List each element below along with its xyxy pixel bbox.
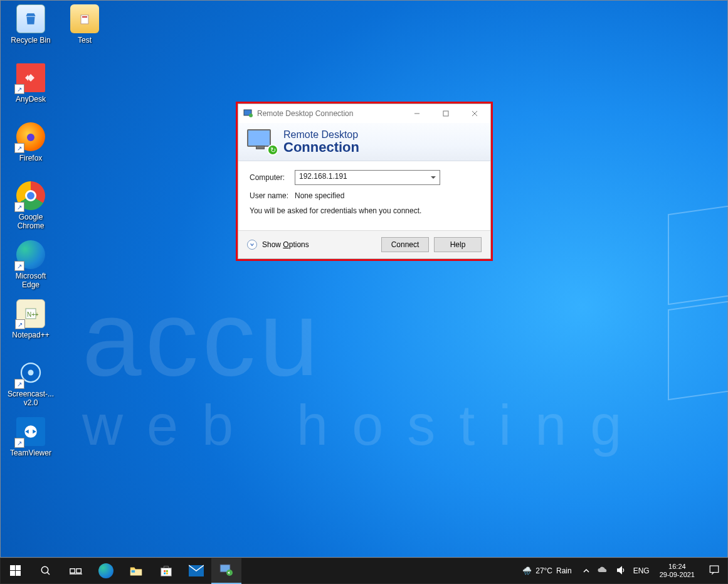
taskbar-app-rdp[interactable] [211,558,241,584]
desktop-icon-label: AnyDesk [16,95,46,104]
desktop-icon-label: Firefox [19,154,43,162]
tray-onedrive-icon[interactable] [593,566,612,576]
tray-date: 29-09-2021 [660,571,695,579]
desktop-icon-label: Google Chrome [6,213,56,230]
screencast-icon [16,358,45,387]
teamviewer-icon [16,417,45,446]
svg-point-2 [27,134,34,141]
username-label: User name: [250,191,295,200]
search-button[interactable] [31,558,61,584]
taskbar-app-store[interactable] [151,558,181,584]
svg-rect-14 [10,565,15,570]
weather-condition: Rain [556,566,572,575]
desktop-icon-recycle-bin[interactable]: Recycle Bin [6,4,56,63]
notepadpp-icon: N++ [16,299,45,328]
edge-icon [16,240,45,269]
desktop-icon-label: Microsoft Edge [6,272,56,289]
username-value: None specified [295,191,344,200]
recycle-bin-icon [16,4,45,33]
chrome-icon [16,181,45,210]
svg-point-6 [28,370,34,376]
svg-rect-28 [164,573,166,575]
brand-watermark: accu web hosting [82,277,645,458]
svg-rect-26 [164,570,166,572]
tray-volume-icon[interactable] [612,565,630,577]
show-options-link[interactable]: Show Options [262,240,309,249]
svg-text:N++: N++ [27,311,38,318]
svg-line-19 [47,572,50,575]
dialog-body: Computer: 192.168.1.191 User name: None … [238,161,490,230]
taskbar-app-mail[interactable] [181,558,211,584]
minimize-button[interactable] [403,104,431,123]
dialog-title: Remote Desktop Connection [257,109,353,118]
connect-button[interactable]: Connect [381,237,429,252]
svg-rect-1 [82,16,87,18]
desktop-icon-chrome[interactable]: Google Chrome [6,181,56,240]
maximize-button[interactable] [431,104,460,123]
system-tray: 🌧️ 27°C Rain ENG 16:24 29-09-2021 [515,558,727,584]
rdp-dialog-highlight: Remote Desktop Connection ↻ Remote Deskt… [236,102,493,261]
svg-rect-33 [710,566,719,573]
desktop-icon-test-folder[interactable]: Test [60,4,110,63]
dialog-banner: ↻ Remote Desktop Connection [238,123,490,161]
weather-icon: 🌧️ [522,566,532,575]
desktop-icon-label: Recycle Bin [11,36,50,45]
svg-rect-17 [16,571,21,576]
credentials-note: You will be asked for credentials when y… [250,206,479,215]
svg-rect-16 [10,571,15,576]
tray-weather[interactable]: 🌧️ 27°C Rain [515,566,579,575]
svg-rect-24 [132,570,135,573]
svg-rect-29 [166,573,168,575]
start-button[interactable] [1,558,31,584]
anydesk-icon [16,63,45,92]
svg-rect-20 [70,569,75,573]
close-button[interactable] [460,104,489,123]
dialog-footer: Show Options Connect Help [238,230,490,258]
taskbar: 🌧️ 27°C Rain ENG 16:24 29-09-2021 [0,558,728,584]
svg-rect-27 [166,570,168,572]
desktop-icon-label: Notepad++ [12,331,49,339]
desktop-icon-label: Test [78,36,92,45]
desktop-icon-firefox[interactable]: Firefox [6,122,56,181]
task-view-button[interactable] [61,558,91,584]
tray-time: 16:24 [660,563,695,571]
desktop-icon-screencast[interactable]: Screencast-... v2.0 [6,358,56,417]
computer-combobox[interactable]: 192.168.1.191 [295,170,440,185]
svg-point-18 [41,566,48,573]
svg-rect-15 [16,565,21,570]
tray-overflow-button[interactable] [579,566,593,576]
desktop-icon-edge[interactable]: Microsoft Edge [6,240,56,299]
rdp-dialog: Remote Desktop Connection ↻ Remote Deskt… [238,104,491,259]
rdp-titlebar-icon [243,109,253,119]
tray-language[interactable]: ENG [630,566,653,575]
desktop-icons-grid: Recycle Bin Test AnyDesk Firefox [6,4,110,476]
taskbar-app-explorer[interactable] [121,558,151,584]
desktop-wallpaper: accu web hosting Recycle Bin Test AnyDes… [0,0,728,558]
svg-rect-25 [161,568,172,576]
show-options-expander-icon[interactable] [247,240,257,250]
desktop-icon-notepadpp[interactable]: N++ Notepad++ [6,299,56,358]
tray-notifications-button[interactable] [701,564,727,578]
tray-clock[interactable]: 16:24 29-09-2021 [653,563,701,579]
svg-point-9 [249,114,253,117]
desktop-icon-anydesk[interactable]: AnyDesk [6,63,56,122]
desktop-icon-label: TeamViewer [10,449,51,457]
rdp-banner-icon: ↻ [247,129,276,154]
folder-icon [70,4,99,33]
computer-label: Computer: [250,173,295,182]
dialog-titlebar[interactable]: Remote Desktop Connection [238,104,490,123]
taskbar-app-edge[interactable] [91,558,121,584]
svg-rect-11 [443,111,448,116]
desktop-icon-label: Screencast-... v2.0 [6,390,56,407]
desktop-icon-teamviewer[interactable]: TeamViewer [6,417,56,476]
firefox-icon [16,122,45,151]
help-button[interactable]: Help [434,237,482,252]
svg-rect-21 [76,569,81,573]
banner-heading-line2: Connection [283,141,359,154]
weather-temp: 27°C [535,566,552,575]
